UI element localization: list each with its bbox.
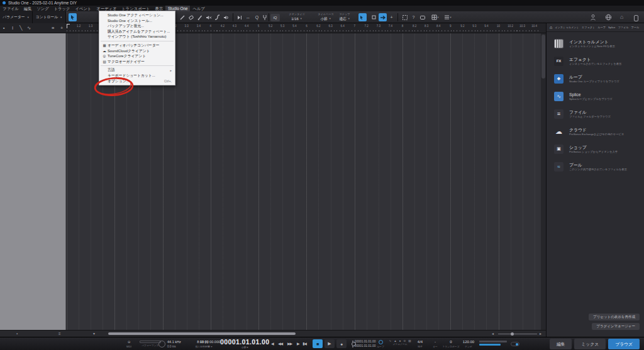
browser-tab[interactable]: インストゥルメント (555, 26, 579, 29)
view-mode-dropdown[interactable]: ▾ (93, 331, 95, 337)
browser-item-cloud[interactable]: ☁クラウドPreSonus Exchangeおよびその他のサービス (547, 123, 644, 140)
pencil-tool-button[interactable] (196, 13, 204, 21)
menubar-item[interactable]: イベント (73, 6, 94, 11)
click-pattern-icon[interactable]: ▤ (408, 339, 411, 342)
main-time-display[interactable]: 00001.01.01.00 小節 ▾ (220, 339, 269, 349)
zoom-slider[interactable] (498, 334, 537, 334)
menu-item[interactable]: 言語▸ (99, 67, 175, 73)
small-grid-icon[interactable]: ▪ (16, 331, 18, 337)
menu-item[interactable]: ◎TuneCoreクライアント (99, 53, 175, 59)
browser-tab[interactable]: エフェクト (582, 26, 595, 29)
browser-item-shop[interactable]: ▣ショップPreSonus ショップからアドオンを入手 (547, 140, 644, 158)
quantize-dropdown[interactable]: クオンタイズ 1/16▼ (283, 13, 311, 21)
transpose-display[interactable]: 0 トランスポーズ (441, 339, 460, 349)
browser-item-pool[interactable]: ≈プールこのソング内で使用されているファイルを表示 (547, 158, 644, 175)
menu-item[interactable]: 購入済みアイテムをアクティベート... (99, 29, 175, 35)
vertical-scrollbar-thumb[interactable] (541, 35, 545, 79)
paint-tool-button[interactable] (178, 13, 186, 21)
input-quantize-button[interactable]: iQ (270, 14, 280, 21)
menubar-item[interactable]: 編集 (21, 6, 35, 11)
track-mode-button[interactable] (370, 13, 378, 21)
view-tab-ミックス[interactable]: ミックス (574, 339, 606, 349)
time-signature[interactable]: 4/4 拍子 (414, 339, 426, 349)
line-tool-icon[interactable]: ╲ (19, 25, 23, 32)
user-profile-icon[interactable] (590, 14, 596, 23)
grid-view-dropdown[interactable]: ▼ (430, 13, 441, 21)
snap-dropdown[interactable]: スナップ 適応▼ (332, 13, 357, 21)
browser-tab[interactable]: ループ (597, 26, 606, 29)
arrow-tool-button[interactable] (69, 13, 77, 21)
loop-toggle[interactable]: ループ (375, 339, 386, 349)
browser-item-loops[interactable]: ◆ループStudio One ループライブラリをブラウズ (547, 70, 644, 87)
snap-toggle-button[interactable] (358, 13, 367, 21)
list-view-dropdown[interactable]: ▼ (442, 13, 453, 21)
menu-item[interactable]: オプション...Ctrl+, (99, 79, 175, 84)
return-to-start-button[interactable]: ▮◀ (303, 341, 306, 346)
menu-item[interactable]: バックアップと復元... (99, 23, 175, 29)
menu-item[interactable]: ▦オーディオバッチコンバーター (99, 43, 175, 48)
timestretch-button[interactable]: ↔ (244, 13, 252, 21)
browser-item-files[interactable]: ≡ファイルファイルとフォルダーをブラウズ (547, 105, 644, 123)
help-button[interactable]: ? (409, 13, 418, 21)
menubar-item[interactable]: ファイル (0, 6, 21, 11)
rewind-button[interactable]: ◀◀ (278, 341, 282, 346)
tuner-button[interactable] (260, 13, 269, 21)
loop-range[interactable]: 00001.01.01.00 00001.01.01.00 (352, 340, 375, 348)
precount-icon[interactable]: ∿ (389, 339, 391, 342)
browser-item-splice[interactable]: ∿SpliceSpliceループとサンプルをブラウズ (547, 87, 644, 105)
previous-bar-button[interactable]: ◀ (271, 341, 274, 346)
zoom-in-icon[interactable]: ▸ (540, 331, 541, 337)
curve-tool-icon[interactable]: ∿ (27, 25, 31, 32)
parameter-dropdown[interactable]: パラメーター▼ (0, 11, 33, 23)
text-cursor-icon[interactable]: I (12, 25, 13, 32)
vertical-scrollbar[interactable] (541, 33, 546, 330)
stop-button[interactable]: ■ (313, 339, 323, 348)
remote-device-icon[interactable] (634, 15, 638, 21)
menu-item[interactable]: Studio One インストール... (99, 18, 175, 24)
key-display[interactable]: - キー (430, 339, 440, 349)
playhead-marker[interactable] (67, 24, 70, 28)
home-icon[interactable]: ⌂ (620, 14, 623, 21)
zoom-out-icon[interactable]: ◂ (492, 331, 494, 337)
browser-item-effects[interactable]: FXエフェクトインストールされているエフェクトを表示 (547, 52, 644, 70)
plugin-manager-button[interactable]: プラグインマネージャー (592, 323, 640, 330)
bend-tool-button[interactable] (213, 13, 221, 21)
crosshair-button[interactable]: + (387, 13, 396, 21)
metronome-cluster[interactable]: ∿▲●⊙▤ メトロノーム (386, 339, 414, 346)
browser-tab[interactable]: ファイル (618, 26, 628, 29)
horizontal-scrollbar-thumb[interactable] (108, 332, 296, 335)
lane-list-icon[interactable]: ≡ (52, 25, 54, 32)
grid-display-icon[interactable]: ▪ (3, 25, 5, 32)
browser-item-instruments[interactable]: インストゥルメントインストゥルメントとNote FXを表示 (547, 35, 644, 52)
menubar-item[interactable]: ヘルプ (190, 6, 207, 11)
fast-forward-button[interactable]: ▶▶ (287, 341, 292, 346)
menu-item[interactable]: キーボードショートカット... (99, 73, 175, 79)
small-list-icon[interactable]: ≡ (58, 331, 61, 337)
editor-view-button[interactable] (418, 13, 426, 21)
zoom-region-button[interactable] (401, 13, 409, 21)
mute-tool-button[interactable] (204, 13, 213, 21)
secondary-time-display[interactable]: 00:00:00.000 秒 ▾ (199, 339, 221, 349)
menubar-item[interactable]: トラック (52, 6, 73, 11)
menu-item[interactable]: サインアウト (Toshihiro Yamamoto) (99, 34, 175, 40)
cursor-follow-button[interactable] (379, 13, 387, 21)
view-tab-編集[interactable]: 編集 (550, 339, 572, 349)
menu-item[interactable]: ▤マクロオーガナイザー (99, 59, 175, 65)
play-button[interactable]: ▶ (325, 339, 335, 348)
menu-item[interactable]: Studio One アクティベーション... (99, 13, 175, 18)
browser-tab[interactable]: プール (631, 26, 640, 29)
autoscroll-button[interactable] (235, 13, 243, 21)
presonus-sphere-icon[interactable] (605, 14, 612, 23)
menubar-item[interactable]: ソング (34, 6, 51, 11)
menu-item[interactable]: ☁SoundCloudクライアント (99, 48, 175, 54)
output-toggle[interactable] (511, 342, 519, 346)
next-bar-button[interactable]: ▶ (297, 341, 299, 346)
listen-tool-button[interactable] (222, 13, 230, 21)
recreate-preset-view-button[interactable]: プリセットの表示を再作成 (589, 314, 640, 320)
add-lane-icon[interactable]: + (60, 25, 63, 32)
eraser-tool-button[interactable] (187, 13, 195, 21)
view-tab-ブラウズ[interactable]: ブラウズ (608, 339, 640, 349)
zoom-slider-handle[interactable] (511, 332, 514, 336)
control-dropdown[interactable]: コントロール▼ (33, 11, 66, 23)
tempo-display[interactable]: 120.00 テンポ (460, 339, 477, 349)
